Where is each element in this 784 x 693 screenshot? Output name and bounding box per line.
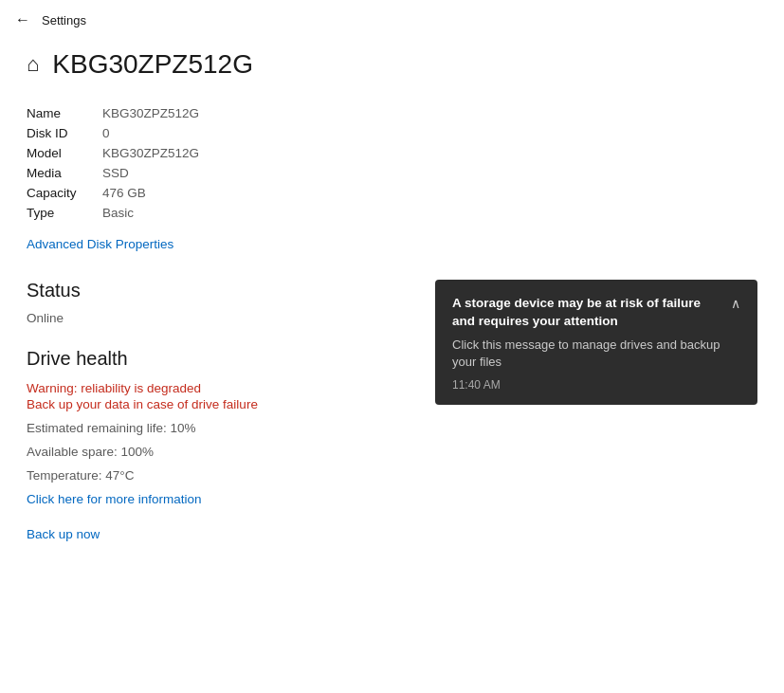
value-capacity: 476 GB	[102, 186, 146, 200]
label-capacity: Capacity	[27, 186, 102, 200]
settings-label: Settings	[42, 13, 86, 27]
info-row-media: Media SSD	[27, 166, 757, 180]
label-model: Model	[27, 146, 102, 160]
remaining-life: Estimated remaining life: 10%	[27, 421, 757, 435]
info-row-name: Name KBG30ZPZ512G	[27, 106, 757, 120]
toast-header: A storage device may be at risk of failu…	[452, 295, 740, 331]
toast-time: 11:40 AM	[452, 378, 740, 392]
info-row-model: Model KBG30ZPZ512G	[27, 146, 757, 160]
toast-close-button[interactable]: ∧	[731, 296, 740, 311]
page-header: ⌂ KBG30ZPZ512G	[27, 49, 757, 80]
back-button[interactable]: ←	[15, 11, 30, 28]
toast-body: Click this message to manage drives and …	[452, 337, 740, 371]
disk-info-table: Name KBG30ZPZ512G Disk ID 0 Model KBG30Z…	[27, 106, 757, 220]
more-information-link[interactable]: Click here for more information	[27, 492, 202, 506]
label-type: Type	[27, 206, 102, 220]
available-spare: Available spare: 100%	[27, 445, 757, 459]
value-media: SSD	[102, 166, 129, 180]
page-title: KBG30ZPZ512G	[52, 49, 253, 80]
title-bar: ← Settings	[0, 0, 784, 40]
value-model: KBG30ZPZ512G	[102, 146, 199, 160]
label-diskid: Disk ID	[27, 126, 102, 140]
backup-now-link[interactable]: Back up now	[27, 527, 100, 541]
info-row-diskid: Disk ID 0	[27, 126, 757, 140]
info-row-capacity: Capacity 476 GB	[27, 186, 757, 200]
label-name: Name	[27, 106, 102, 120]
notification-toast[interactable]: A storage device may be at risk of failu…	[435, 280, 757, 405]
info-row-type: Type Basic	[27, 206, 757, 220]
temperature: Temperature: 47°C	[27, 468, 757, 483]
value-name: KBG30ZPZ512G	[102, 106, 199, 120]
advanced-disk-properties-link[interactable]: Advanced Disk Properties	[27, 237, 173, 251]
toast-title: A storage device may be at risk of failu…	[452, 295, 721, 331]
home-icon: ⌂	[27, 52, 39, 77]
label-media: Media	[27, 166, 102, 180]
value-type: Basic	[102, 206, 134, 220]
value-diskid: 0	[102, 126, 110, 140]
